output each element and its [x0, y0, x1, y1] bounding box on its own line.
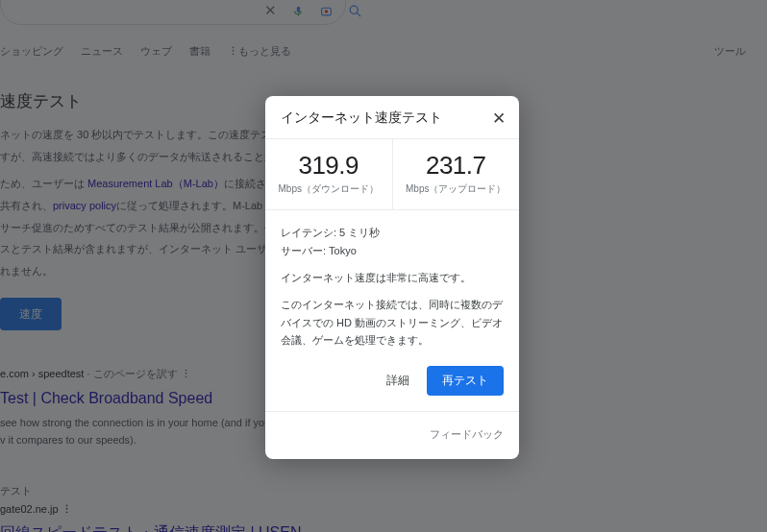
details-button[interactable]: 詳細	[379, 367, 417, 395]
speed-summary: インターネット速度は非常に高速です。	[281, 269, 504, 286]
server-line: サーバー: Tokyo	[281, 242, 504, 259]
download-label: Mbps（ダウンロード）	[269, 182, 388, 196]
upload-value: 231.7	[397, 151, 516, 181]
close-icon[interactable]: ✕	[492, 110, 506, 127]
modal-title: インターネット速度テスト	[281, 109, 442, 127]
upload-label: Mbps（アップロード）	[397, 182, 516, 196]
feedback-link[interactable]: フィードバック	[265, 411, 519, 459]
download-result: 319.9 Mbps（ダウンロード）	[265, 139, 392, 209]
download-value: 319.9	[269, 151, 388, 181]
latency-line: レイテンシ: 5 ミリ秒	[281, 224, 504, 241]
speedtest-modal: インターネット速度テスト ✕ 319.9 Mbps（ダウンロード） 231.7 …	[265, 96, 519, 459]
upload-result: 231.7 Mbps（アップロード）	[392, 139, 520, 209]
speed-results: 319.9 Mbps（ダウンロード） 231.7 Mbps（アップロード）	[265, 138, 519, 210]
retest-button[interactable]: 再テスト	[427, 366, 504, 396]
speed-description: このインターネット接続では、同時に複数のデバイスでの HD 動画のストリーミング…	[281, 296, 504, 348]
